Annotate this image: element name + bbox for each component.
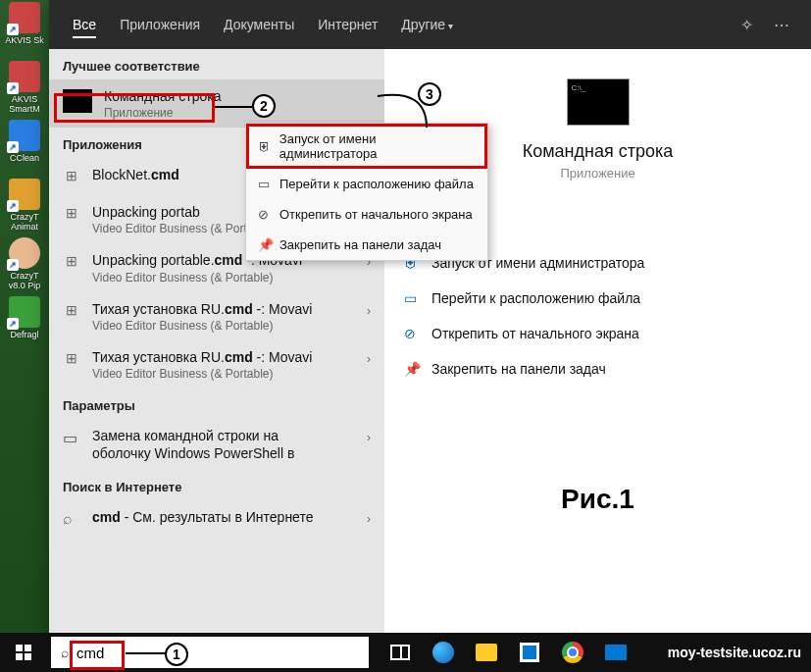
desktop-icon[interactable]: AKVIS Sk [2,2,47,59]
preview-action[interactable]: ▭Перейти к расположению файла [404,281,791,316]
action-icon: ▭ [404,290,431,306]
desktop-icon[interactable]: CClean [2,120,47,177]
action-icon: 📌 [404,361,431,377]
action-label: Открепить от начального экрана [431,326,639,341]
tab-all[interactable]: Все [61,3,108,46]
tab-docs[interactable]: Документы [212,3,306,46]
taskbar-watermark: moy-testsite.ucoz.ru [668,645,811,660]
chrome-icon[interactable] [553,633,592,672]
search-panel: Все Приложения Документы Интернет Другие… [49,0,811,633]
chevron-right-icon: › [363,508,375,530]
more-icon[interactable]: ⋯ [764,16,799,34]
result-title: Тихая установка RU.cmd -: Movavi [92,348,363,366]
desktop-icon[interactable]: CrazyT v8.0 Pip [2,237,47,294]
menu-item-label: Запуск от имени администратора [279,131,476,161]
app-result[interactable]: ⊞ Тихая установка RU.cmd -: Movavi Video… [49,292,384,340]
result-title: Тихая установка RU.cmd -: Movavi [92,300,363,318]
result-subtitle: Приложение [104,106,375,120]
best-match-result[interactable]: Командная строка Приложение [49,79,384,128]
menu-item-label: Перейти к расположению файла [279,177,474,191]
preview-action[interactable]: ⊘Открепить от начального экрана [404,316,791,351]
chevron-right-icon: › [363,348,375,370]
section-settings: Параметры [49,388,384,419]
desktop-icon[interactable]: Defragl [2,296,47,353]
settings-icon: ▭ [63,429,80,446]
svg-rect-0 [16,645,23,651]
context-menu-item[interactable]: 📌Закрепить на панели задач [246,230,487,260]
svg-rect-2 [16,653,23,660]
chevron-right-icon: › [363,300,375,322]
menu-item-icon: ⊘ [258,207,279,222]
figure-label: Рис.1 [384,484,811,515]
feedback-icon[interactable]: ✧ [729,16,764,34]
action-label: Закрепить на панели задач [431,361,606,377]
context-menu: ⛨Запуск от имени администратора▭Перейти … [245,123,488,261]
file-icon: ⊞ [63,302,80,320]
context-menu-item[interactable]: ⊘Открепить от начального экрана [246,199,487,230]
task-view-icon[interactable] [380,633,420,672]
file-icon: ⊞ [63,168,80,185]
desktop-icon[interactable]: AKVIS SmartM [2,61,47,118]
search-input[interactable] [76,645,359,661]
tab-web[interactable]: Интернет [306,3,389,46]
taskbar-search[interactable]: ⌕ [51,637,369,668]
result-subtitle: Video Editor Business (& Portable) [92,367,363,381]
taskbar: ⌕ moy-testsite.ucoz.ru [0,633,811,672]
explorer-icon[interactable] [467,633,506,672]
action-label: Перейти к расположению файла [431,290,640,306]
search-icon: ⌕ [61,645,69,660]
search-icon: ⌕ [63,510,80,528]
tab-apps[interactable]: Приложения [108,3,212,46]
web-result[interactable]: ⌕ cmd - См. результаты в Интернете › [49,500,384,538]
chevron-right-icon: › [363,427,375,448]
menu-item-icon: 📌 [258,237,279,252]
web-result-title: cmd - См. результаты в Интернете [92,508,363,526]
edge-icon[interactable] [424,633,463,672]
setting-line1: Замена командной строки на [92,427,363,444]
menu-item-label: Открепить от начального экрана [279,207,473,222]
context-menu-item[interactable]: ⛨Запуск от имени администратора [246,124,487,169]
svg-rect-3 [25,653,31,660]
desktop-background: AKVIS Sk AKVIS SmartM CClean CrazyT Anim… [0,0,49,633]
file-icon: ⊞ [63,253,80,271]
setting-result[interactable]: ▭ Замена командной строки на оболочку Wi… [49,419,384,470]
file-icon: ⊞ [63,350,80,368]
result-title: Командная строка [104,87,375,105]
preview-action[interactable]: 📌Закрепить на панели задач [404,351,791,387]
section-web: Поиск в Интернете [49,470,384,500]
desktop-icon[interactable]: CrazyT Animat [2,179,47,235]
menu-item-icon: ⛨ [258,139,279,154]
setting-line2: оболочку Windows PowerShell в [92,444,363,462]
result-subtitle: Video Editor Business (& Portable) [92,319,363,333]
preview-app-icon [567,78,630,126]
action-icon: ⊘ [404,326,431,341]
menu-item-label: Закрепить на панели задач [279,237,441,252]
cmd-icon [63,89,92,113]
section-best-match: Лучшее соответствие [49,49,384,79]
search-tabs: Все Приложения Документы Интернет Другие… [49,0,811,49]
app-result[interactable]: ⊞ Тихая установка RU.cmd -: Movavi Video… [49,340,384,388]
tab-other[interactable]: Другие [389,3,465,46]
store-icon[interactable] [510,633,549,672]
start-button[interactable] [0,633,47,672]
context-menu-item[interactable]: ▭Перейти к расположению файла [246,169,487,199]
svg-rect-1 [25,645,31,651]
mail-icon[interactable] [596,633,635,672]
menu-item-icon: ▭ [258,177,279,191]
file-icon: ⊞ [63,205,80,223]
result-subtitle: Video Editor Business (& Portable) [92,271,363,284]
